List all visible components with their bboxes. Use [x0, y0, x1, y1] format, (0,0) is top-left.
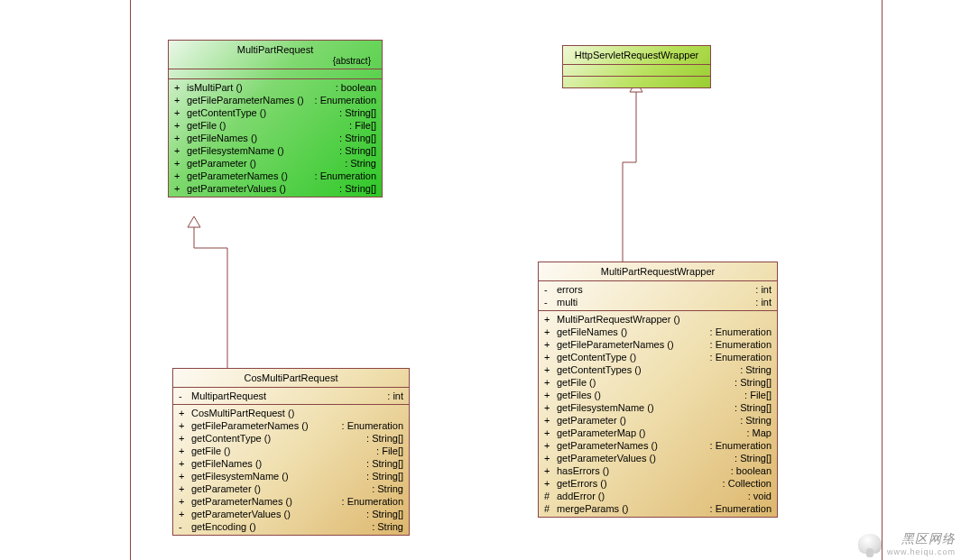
member-row: +getParameterValues ()String[]: [174, 182, 376, 195]
member-row: +getFilesystemName ()String[]: [179, 470, 403, 482]
class-cosmultipartrequest: CosMultiPartRequest -MultipartRequestint…: [172, 368, 410, 536]
class-httpservletrequestwrapper: HttpServletRequestWrapper: [562, 45, 711, 88]
member-row: +MultiPartRequestWrapper (): [544, 313, 772, 326]
class-title: MultiPartRequest: [169, 41, 382, 55]
watermark-text: 黑区网络: [901, 531, 956, 547]
member-row: +getFileParameterNames ()Enumeration: [179, 419, 403, 432]
member-row: +getFileParameterNames ()Enumeration: [544, 338, 772, 351]
attrs-compartment: [169, 69, 382, 79]
ops-list: +isMultiPart ()boolean+getFileParameterN…: [169, 79, 382, 197]
member-row: +getContentType ()String[]: [179, 432, 403, 445]
member-row: +getFile ()String[]: [544, 376, 772, 389]
class-title: CosMultiPartRequest: [173, 369, 409, 388]
ops-compartment: [563, 77, 710, 87]
member-row: +getFilesystemName ()String[]: [544, 401, 772, 414]
member-row: #mergeParams ()Enumeration: [544, 502, 772, 515]
member-row: +getParameter ()String: [544, 414, 772, 427]
member-row: +getFiles ()File[]: [544, 389, 772, 401]
class-title: HttpServletRequestWrapper: [563, 46, 710, 65]
member-row: +hasErrors ()boolean: [544, 464, 772, 477]
ops-list: +CosMultiPartRequest ()+getFileParameter…: [173, 405, 409, 535]
member-row: +getFile ()File[]: [174, 119, 376, 132]
member-row: +getContentTypes ()String: [544, 363, 772, 376]
member-row: +getParameter ()String: [174, 157, 376, 170]
member-row: +CosMultiPartRequest (): [179, 407, 403, 419]
member-row: +getFileNames ()Enumeration: [544, 326, 772, 338]
member-row: +getParameterValues ()String[]: [179, 508, 403, 520]
member-row: +getParameterNames ()Enumeration: [179, 495, 403, 508]
member-row: +getContentType ()Enumeration: [544, 351, 772, 363]
watermark-url: www.heiqu.com: [887, 547, 956, 556]
ops-list: +MultiPartRequestWrapper ()+getFileNames…: [539, 311, 777, 517]
member-row: -multiint: [544, 296, 772, 308]
member-row: +getErrors ()Collection: [544, 477, 772, 490]
class-stereotype: {abstract}: [169, 55, 382, 69]
member-row: +isMultiPart ()boolean: [174, 81, 376, 94]
frame-left: [130, 0, 131, 560]
member-row: +getParameter ()String: [179, 482, 403, 495]
svg-marker-0: [188, 216, 200, 227]
class-multipartrequestwrapper: MultiPartRequestWrapper -errorsint-multi…: [538, 262, 778, 518]
member-row: -errorsint: [544, 283, 772, 296]
member-row: +getParameterNames ()Enumeration: [174, 170, 376, 182]
member-row: +getContentType ()String[]: [174, 106, 376, 119]
class-title: MultiPartRequestWrapper: [539, 262, 777, 281]
attrs-compartment: [563, 65, 710, 77]
member-row: +getFileNames ()String[]: [179, 457, 403, 470]
member-row: -getEncoding ()String: [179, 520, 403, 533]
frame-right: [882, 0, 882, 560]
member-row: +getFile ()File[]: [179, 445, 403, 457]
member-row: -MultipartRequestint: [179, 390, 403, 402]
class-multipartrequest: MultiPartRequest {abstract} +isMultiPart…: [168, 40, 383, 197]
attrs-list: -errorsint-multiint: [539, 281, 777, 311]
member-row: +getFileNames ()String[]: [174, 132, 376, 144]
member-row: +getParameterMap ()Map: [544, 427, 772, 439]
attrs-list: -MultipartRequestint: [173, 388, 409, 405]
member-row: +getParameterNames ()Enumeration: [544, 439, 772, 452]
member-row: #addError ()void: [544, 490, 772, 502]
connectors: [0, 0, 961, 560]
mushroom-icon: [858, 534, 882, 554]
member-row: +getFilesystemName ()String[]: [174, 144, 376, 157]
member-row: +getParameterValues ()String[]: [544, 452, 772, 464]
member-row: +getFileParameterNames ()Enumeration: [174, 94, 376, 106]
watermark: 黑区网络 www.heiqu.com: [858, 531, 956, 556]
